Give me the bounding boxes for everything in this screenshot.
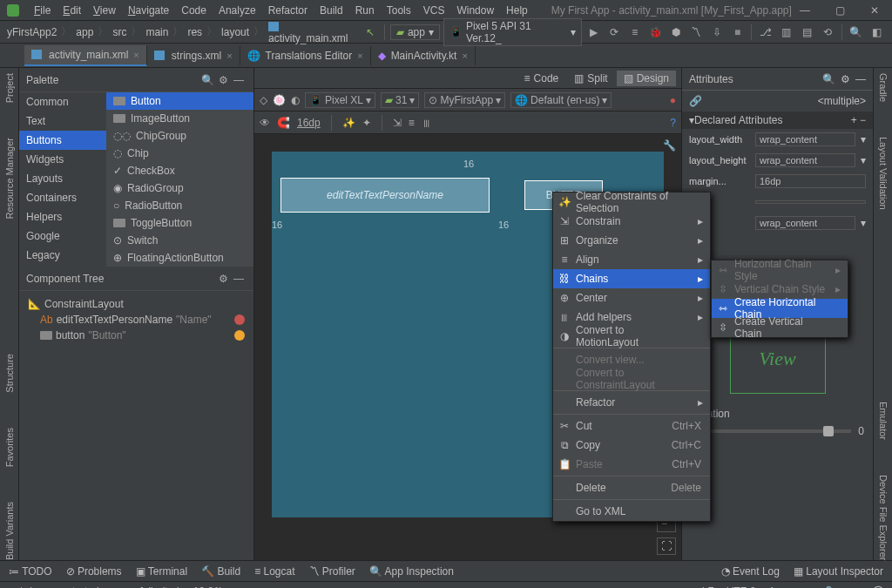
search-icon[interactable]: 🔍 [199,74,215,86]
avd-icon[interactable]: ▥ [778,24,795,41]
gear-icon[interactable]: ⚙ [841,73,850,85]
submenu-create-vertical-chain[interactable]: ⇳Create Vertical Chain [712,318,848,337]
close-button[interactable]: ✕ [857,0,892,21]
device-dropdown[interactable]: 📱 Pixel 5 API 31 Ver.12_ ▾ [443,18,582,46]
status-expand-icon[interactable]: ◨ [7,585,17,589]
cat-legacy[interactable]: Legacy [19,246,106,265]
widget-chip[interactable]: ◌Chip [106,145,253,162]
apply-changes-icon[interactable]: ⟳ [605,24,623,41]
ctx-organize[interactable]: ⊞Organize▸ [553,231,710,250]
cat-google[interactable]: Google [19,226,106,246]
ctx-clear-constraints[interactable]: ✨Clear Constraints of Selection [553,193,710,212]
run-button[interactable]: ▶ [585,24,603,41]
settings-icon[interactable]: ◧ [868,24,885,41]
rail-emulator[interactable]: Emulator [878,402,889,440]
clear-constraints-icon[interactable]: ✨ [342,117,355,129]
help-icon[interactable]: ? [670,117,676,129]
bottom-problems[interactable]: ⊘ Problems [66,565,122,578]
cat-containers[interactable]: Containers [19,188,106,207]
ctx-align[interactable]: ≡Align▸ [553,250,710,269]
align-icon[interactable]: ≡ [409,117,415,129]
widget-button[interactable]: Button [106,92,253,110]
widget-fab[interactable]: ⊕FloatingActionButton [106,249,253,267]
remove-icon[interactable]: − [860,114,866,126]
ctx-delete[interactable]: DeleteDelete [553,478,710,497]
ctx-center[interactable]: ⊕Center▸ [553,288,710,308]
feedback-sad-icon[interactable]: ☹ [872,585,885,589]
widget-togglebutton[interactable]: ToggleButton [106,214,253,232]
bottom-terminal[interactable]: ▣ Terminal [136,565,187,578]
crumb-main[interactable]: main [144,26,170,38]
status-lf[interactable]: LF [702,585,714,589]
bottom-app-inspection[interactable]: 🔍 App Inspection [369,565,454,578]
widget-radiogroup[interactable]: ◉RadioGroup [106,179,253,197]
coverage-icon[interactable]: ⬢ [667,24,685,41]
guidelines-icon[interactable]: ⫼ [422,117,432,129]
menu-view[interactable]: View [87,4,122,17]
zoom-fit-icon[interactable]: ⛶ [657,537,676,555]
widget-radiobutton[interactable]: ○RadioButton [106,197,253,214]
nav-back-icon[interactable]: ↖ [362,24,379,41]
search-icon[interactable]: 🔍 [848,24,865,41]
stop-button[interactable]: ■ [729,24,747,41]
tab-activity-main[interactable]: activity_main.xml× [24,45,147,66]
slider-thumb[interactable] [823,426,834,436]
close-icon[interactable]: × [226,51,232,61]
ctx-go-to-xml[interactable]: Go to XML [553,502,710,521]
declared-attributes-section[interactable]: ▾ Declared Attributes + − [682,112,873,129]
menu-edit[interactable]: Edit [57,4,87,17]
close-icon[interactable]: × [133,50,139,60]
tab-strings[interactable]: strings.xml× [147,46,240,65]
menu-run[interactable]: Run [349,4,381,17]
device-selector[interactable]: 📱 Pixel XL ▾ [305,92,375,108]
menu-file[interactable]: File [28,4,57,17]
menu-vcs[interactable]: VCS [417,4,451,17]
minimize-icon[interactable]: — [231,74,247,86]
crumb-res[interactable]: res [186,26,204,38]
debug-button[interactable]: 🐞 [646,24,664,41]
rail-structure[interactable]: Structure [4,354,15,393]
crumb-src[interactable]: src [111,26,128,38]
close-icon[interactable]: × [357,51,362,61]
rail-resource-manager[interactable]: Resource Manager [4,138,15,220]
menu-code[interactable]: Code [175,4,213,17]
gear-icon[interactable]: ⚙ [215,74,231,86]
ctx-constrain[interactable]: ⇲Constrain▸ [553,212,710,231]
apply-code-icon[interactable]: ≡ [626,24,644,41]
run-config-dropdown[interactable]: ▰app ▾ [390,24,440,40]
git-icon[interactable]: ⎇ [757,24,774,41]
status-indent[interactable]: 4 spaces [768,585,810,589]
default-margins[interactable]: 16dp [297,117,321,129]
ctx-convert-motion[interactable]: ◑Convert to MotionLayout [553,327,710,346]
bottom-event-log[interactable]: ◔ Event Log [721,565,780,578]
add-icon[interactable]: + [851,114,857,126]
infer-constraints-icon[interactable]: ✦ [362,117,371,129]
gear-icon[interactable]: ⚙ [215,273,231,285]
cat-helpers[interactable]: Helpers [19,207,106,226]
cat-layouts[interactable]: Layouts [19,169,106,188]
bottom-profiler[interactable]: 〽 Profiler [309,565,355,578]
rail-device-file-explorer[interactable]: Device File Explorer [878,475,889,560]
component-edittext[interactable]: editTextTextPersonName [280,178,490,213]
pack-icon[interactable]: ⇲ [393,117,402,129]
minimize-icon[interactable]: — [855,73,866,85]
feedback-icon[interactable]: ☺ [848,585,860,589]
menu-help[interactable]: Help [500,4,534,17]
menu-refactor[interactable]: Refactor [262,4,314,17]
mode-code[interactable]: ≡ Code [517,71,566,86]
sdk-icon[interactable]: ▤ [799,24,816,41]
rail-favorites[interactable]: Favorites [4,428,15,467]
status-encoding[interactable]: UTF-8 [726,585,756,589]
attr-layout-width[interactable]: layout_width wrap_content▾ [682,129,873,150]
crumb-root[interactable]: yFirstApp2 [5,26,58,38]
cat-text[interactable]: Text [19,112,106,131]
widget-chipgroup[interactable]: ◌◌ChipGroup [106,127,253,145]
tab-mainactivity[interactable]: ◆MainActivity.kt× [371,46,476,65]
api-selector[interactable]: ▰ 31 ▾ [381,92,419,108]
orientation-icon[interactable]: 🍥 [273,94,286,106]
link-icon[interactable]: 🔗 [689,95,702,107]
ctx-refactor[interactable]: Refactor▸ [553,393,710,412]
crumb-layout[interactable]: layout [220,26,251,38]
widget-imagebutton[interactable]: ImageButton [106,110,253,127]
cat-widgets[interactable]: Widgets [19,150,106,169]
